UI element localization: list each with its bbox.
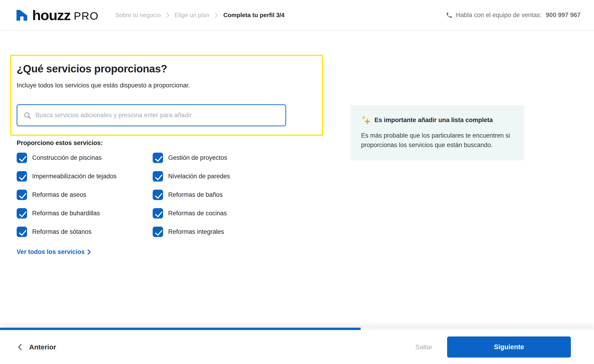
service-label: Nivelación de paredes [168, 173, 230, 180]
page-title: ¿Qué servicios proporcionas? [17, 62, 315, 75]
see-all-services-link[interactable]: Ver todos los servicios [17, 248, 91, 256]
service-checkbox-item[interactable]: Impermeabilización de tejados [17, 171, 153, 182]
skip-button[interactable]: Saltar [413, 341, 435, 353]
checkbox-checked-icon[interactable] [153, 153, 163, 163]
service-label: Reformas de buhardillas [32, 210, 100, 217]
logo-brand-text: houzz [32, 8, 71, 22]
service-label: Reformas de cocinas [168, 210, 227, 217]
service-checkbox-item[interactable]: Reformas de cocinas [153, 208, 230, 219]
chevron-left-icon [18, 344, 22, 351]
progress-bar-track [0, 328, 594, 330]
service-checkbox-item[interactable]: Reformas de sótanos [17, 227, 153, 237]
progress-fill [0, 328, 361, 330]
service-checkbox-item[interactable]: Reformas de buhardillas [17, 208, 153, 219]
chevron-right-icon [166, 12, 169, 18]
service-label: Reformas de baños [168, 191, 223, 198]
checkbox-checked-icon[interactable] [17, 190, 27, 200]
service-label: Construcción de piscinas [32, 154, 101, 162]
checkbox-checked-icon[interactable] [17, 227, 27, 237]
phone-icon [446, 12, 453, 19]
service-checkbox-item[interactable]: Nivelación de paredes [153, 171, 230, 182]
service-checkbox-item[interactable]: Reformas de baños [153, 190, 230, 200]
service-checkbox-item[interactable]: Reformas de aseos [17, 190, 153, 200]
breadcrumb-step-profile: Completa tu perfil 3/4 [223, 12, 284, 19]
chevron-right-icon [214, 12, 218, 18]
tip-body: Es más probable que los particulares te … [361, 131, 513, 150]
sparkles-icon [361, 115, 371, 125]
question-highlight-box: ¿Qué servicios proporcionas? Incluye tod… [10, 55, 323, 136]
page-subtitle: Incluye todos los servicios que estás di… [17, 82, 315, 89]
checkbox-checked-icon[interactable] [153, 171, 163, 182]
service-label: Impermeabilización de tejados [32, 173, 117, 180]
service-label: Gestión de proyectos [168, 154, 227, 162]
top-header: houzz PRO Sobre tu negocio Elige un plan… [0, 0, 594, 31]
back-button-label: Anterior [29, 343, 56, 351]
tip-box: Es importante añadir una lista completa … [351, 105, 524, 161]
sales-phone[interactable]: Habla con el equipo de ventas: 900 997 9… [446, 12, 580, 19]
services-list-label: Proporciono estos servicios: [17, 139, 230, 147]
checkbox-checked-icon[interactable] [153, 190, 163, 200]
wizard-footer: Anterior Saltar Siguiente [0, 328, 594, 364]
breadcrumb: Sobre tu negocio Elige un plan Completa … [115, 12, 284, 19]
checkbox-checked-icon[interactable] [17, 171, 27, 182]
service-search-input[interactable] [35, 107, 285, 123]
services-grid: Construcción de piscinas Gestión de proy… [17, 153, 230, 237]
sales-phone-label: Habla con el equipo de ventas: [456, 12, 542, 19]
sales-phone-number: 900 997 967 [546, 12, 580, 19]
back-button[interactable]: Anterior [18, 343, 56, 351]
checkbox-checked-icon[interactable] [153, 227, 163, 237]
see-all-services-label: Ver todos los servicios [17, 248, 85, 256]
houzz-pro-logo[interactable]: houzz PRO [15, 8, 99, 23]
service-checkbox-item[interactable]: Construcción de piscinas [17, 153, 153, 163]
checkbox-checked-icon[interactable] [17, 153, 27, 163]
checkbox-checked-icon[interactable] [153, 208, 163, 219]
service-label: Reformas integrales [168, 228, 224, 236]
tip-title: Es importante añadir una lista completa [374, 117, 493, 124]
chevron-right-icon [87, 249, 91, 255]
breadcrumb-step-plan[interactable]: Elige un plan [175, 12, 209, 19]
service-search-box[interactable] [17, 104, 286, 126]
services-section: Proporciono estos servicios: Construcció… [17, 139, 230, 256]
service-checkbox-item[interactable]: Reformas integrales [153, 227, 230, 237]
search-icon [23, 111, 31, 119]
service-checkbox-item[interactable]: Gestión de proyectos [153, 153, 230, 163]
service-label: Reformas de aseos [32, 191, 86, 198]
houzz-house-icon [15, 8, 28, 23]
next-button[interactable]: Siguiente [447, 337, 571, 357]
service-label: Reformas de sótanos [32, 228, 92, 236]
logo-pro-text: PRO [74, 9, 99, 21]
checkbox-checked-icon[interactable] [17, 208, 27, 219]
breadcrumb-step-business[interactable]: Sobre tu negocio [115, 12, 161, 19]
